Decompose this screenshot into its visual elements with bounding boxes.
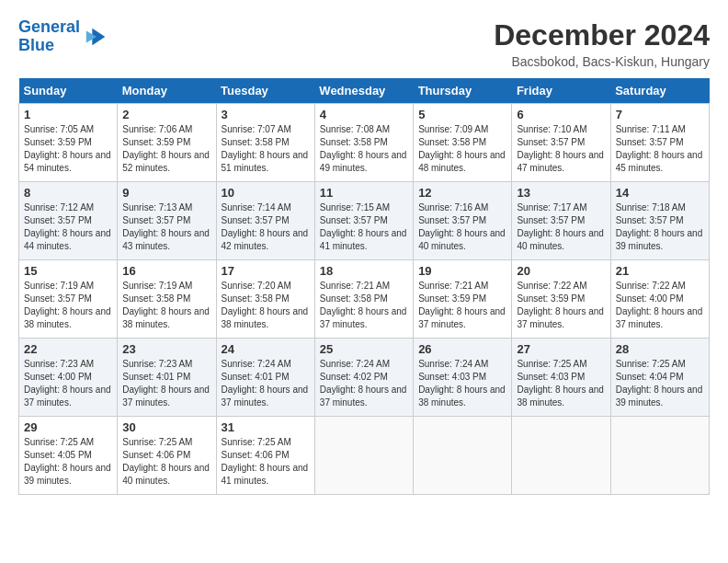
calendar-cell: 28Sunrise: 7:25 AMSunset: 4:04 PMDayligh…	[610, 339, 709, 417]
calendar-cell: 6Sunrise: 7:10 AMSunset: 3:57 PMDaylight…	[512, 104, 610, 182]
day-info: Sunrise: 7:22 AMSunset: 3:59 PMDaylight:…	[517, 280, 605, 331]
day-number: 12	[418, 186, 506, 200]
calendar-cell: 5Sunrise: 7:09 AMSunset: 3:58 PMDaylight…	[414, 104, 512, 182]
day-number: 29	[24, 420, 112, 434]
header-sunday: Sunday	[19, 78, 118, 104]
day-info: Sunrise: 7:25 AMSunset: 4:05 PMDaylight:…	[24, 436, 112, 488]
header-saturday: Saturday	[610, 78, 709, 104]
day-number: 25	[320, 342, 408, 356]
calendar-cell: 18Sunrise: 7:21 AMSunset: 3:58 PMDayligh…	[314, 260, 413, 339]
day-number: 21	[616, 264, 704, 278]
page-header: GeneralBlue December 2024 Bacsbokod, Bac…	[18, 18, 710, 69]
day-number: 30	[122, 420, 210, 434]
header-wednesday: Wednesday	[314, 78, 413, 104]
day-number: 27	[517, 342, 605, 356]
day-info: Sunrise: 7:24 AMSunset: 4:03 PMDaylight:…	[418, 358, 506, 409]
day-info: Sunrise: 7:18 AMSunset: 3:57 PMDaylight:…	[616, 201, 704, 253]
day-info: Sunrise: 7:19 AMSunset: 3:58 PMDaylight:…	[122, 280, 210, 331]
calendar-cell: 23Sunrise: 7:23 AMSunset: 4:01 PMDayligh…	[118, 339, 216, 417]
calendar-cell	[610, 417, 709, 495]
day-number: 17	[222, 264, 310, 278]
title-area: December 2024 Bacsbokod, Bacs-Kiskun, Hu…	[494, 18, 710, 69]
day-info: Sunrise: 7:23 AMSunset: 4:00 PMDaylight:…	[24, 358, 112, 409]
logo: GeneralBlue	[18, 18, 109, 55]
header-tuesday: Tuesday	[216, 78, 314, 104]
day-number: 2	[122, 108, 210, 121]
day-info: Sunrise: 7:15 AMSunset: 3:57 PMDaylight:…	[320, 201, 408, 253]
calendar-week-1: 1Sunrise: 7:05 AMSunset: 3:59 PMDaylight…	[19, 104, 710, 182]
day-number: 15	[24, 264, 112, 278]
day-number: 28	[616, 342, 704, 356]
calendar-cell	[512, 417, 610, 495]
day-info: Sunrise: 7:08 AMSunset: 3:58 PMDaylight:…	[320, 123, 408, 175]
calendar-week-5: 29Sunrise: 7:25 AMSunset: 4:05 PMDayligh…	[19, 417, 710, 495]
calendar-table: SundayMondayTuesdayWednesdayThursdayFrid…	[18, 78, 710, 495]
calendar-cell: 19Sunrise: 7:21 AMSunset: 3:59 PMDayligh…	[414, 260, 512, 339]
day-info: Sunrise: 7:05 AMSunset: 3:59 PMDaylight:…	[24, 123, 112, 175]
calendar-cell: 3Sunrise: 7:07 AMSunset: 3:58 PMDaylight…	[216, 104, 314, 182]
day-number: 31	[222, 420, 310, 434]
calendar-cell: 4Sunrise: 7:08 AMSunset: 3:58 PMDaylight…	[314, 104, 413, 182]
day-number: 22	[24, 342, 112, 356]
day-number: 4	[320, 108, 408, 121]
day-info: Sunrise: 7:21 AMSunset: 3:59 PMDaylight:…	[418, 280, 506, 331]
calendar-cell: 13Sunrise: 7:17 AMSunset: 3:57 PMDayligh…	[512, 182, 610, 260]
header-friday: Friday	[512, 78, 610, 104]
calendar-cell: 7Sunrise: 7:11 AMSunset: 3:57 PMDaylight…	[610, 104, 709, 182]
day-number: 19	[418, 264, 506, 278]
day-info: Sunrise: 7:07 AMSunset: 3:58 PMDaylight:…	[222, 123, 310, 175]
day-number: 11	[320, 186, 408, 200]
day-info: Sunrise: 7:24 AMSunset: 4:02 PMDaylight:…	[320, 358, 408, 409]
day-number: 16	[122, 264, 210, 278]
day-info: Sunrise: 7:25 AMSunset: 4:04 PMDaylight:…	[616, 358, 704, 409]
day-number: 20	[517, 264, 605, 278]
calendar-cell: 15Sunrise: 7:19 AMSunset: 3:57 PMDayligh…	[19, 260, 118, 339]
logo-icon	[84, 24, 109, 50]
day-number: 18	[320, 264, 408, 278]
calendar-cell: 8Sunrise: 7:12 AMSunset: 3:57 PMDaylight…	[19, 182, 118, 260]
calendar-week-4: 22Sunrise: 7:23 AMSunset: 4:00 PMDayligh…	[19, 339, 710, 417]
location: Bacsbokod, Bacs-Kiskun, Hungary	[494, 54, 710, 69]
day-info: Sunrise: 7:11 AMSunset: 3:57 PMDaylight:…	[616, 123, 704, 175]
day-info: Sunrise: 7:25 AMSunset: 4:06 PMDaylight:…	[222, 436, 310, 488]
calendar-cell: 25Sunrise: 7:24 AMSunset: 4:02 PMDayligh…	[314, 339, 413, 417]
day-info: Sunrise: 7:06 AMSunset: 3:59 PMDaylight:…	[122, 123, 210, 175]
calendar-cell: 2Sunrise: 7:06 AMSunset: 3:59 PMDaylight…	[118, 104, 216, 182]
calendar-cell: 29Sunrise: 7:25 AMSunset: 4:05 PMDayligh…	[19, 417, 118, 495]
day-number: 7	[616, 108, 704, 121]
day-number: 14	[616, 186, 704, 200]
day-info: Sunrise: 7:25 AMSunset: 4:03 PMDaylight:…	[517, 358, 605, 409]
calendar-cell: 31Sunrise: 7:25 AMSunset: 4:06 PMDayligh…	[216, 417, 314, 495]
calendar-cell	[414, 417, 512, 495]
logo-text: GeneralBlue	[18, 18, 80, 55]
day-info: Sunrise: 7:09 AMSunset: 3:58 PMDaylight:…	[418, 123, 506, 175]
day-number: 26	[418, 342, 506, 356]
day-number: 5	[418, 108, 506, 121]
month-title: December 2024	[494, 18, 710, 52]
day-number: 24	[222, 342, 310, 356]
day-info: Sunrise: 7:16 AMSunset: 3:57 PMDaylight:…	[418, 201, 506, 253]
calendar-cell: 10Sunrise: 7:14 AMSunset: 3:57 PMDayligh…	[216, 182, 314, 260]
calendar-cell: 1Sunrise: 7:05 AMSunset: 3:59 PMDaylight…	[19, 104, 118, 182]
calendar-cell: 20Sunrise: 7:22 AMSunset: 3:59 PMDayligh…	[512, 260, 610, 339]
day-info: Sunrise: 7:25 AMSunset: 4:06 PMDaylight:…	[122, 436, 210, 488]
day-number: 1	[24, 108, 112, 121]
calendar-cell: 17Sunrise: 7:20 AMSunset: 3:58 PMDayligh…	[216, 260, 314, 339]
calendar-week-2: 8Sunrise: 7:12 AMSunset: 3:57 PMDaylight…	[19, 182, 710, 260]
day-info: Sunrise: 7:12 AMSunset: 3:57 PMDaylight:…	[24, 201, 112, 253]
day-number: 8	[24, 186, 112, 200]
calendar-header-row: SundayMondayTuesdayWednesdayThursdayFrid…	[19, 78, 710, 104]
calendar-cell: 11Sunrise: 7:15 AMSunset: 3:57 PMDayligh…	[314, 182, 413, 260]
calendar-cell: 26Sunrise: 7:24 AMSunset: 4:03 PMDayligh…	[414, 339, 512, 417]
day-info: Sunrise: 7:17 AMSunset: 3:57 PMDaylight:…	[517, 201, 605, 253]
day-number: 23	[122, 342, 210, 356]
day-info: Sunrise: 7:20 AMSunset: 3:58 PMDaylight:…	[222, 280, 310, 331]
day-info: Sunrise: 7:22 AMSunset: 4:00 PMDaylight:…	[616, 280, 704, 331]
calendar-week-3: 15Sunrise: 7:19 AMSunset: 3:57 PMDayligh…	[19, 260, 710, 339]
calendar-cell: 22Sunrise: 7:23 AMSunset: 4:00 PMDayligh…	[19, 339, 118, 417]
calendar-cell: 16Sunrise: 7:19 AMSunset: 3:58 PMDayligh…	[118, 260, 216, 339]
calendar-cell: 27Sunrise: 7:25 AMSunset: 4:03 PMDayligh…	[512, 339, 610, 417]
calendar-cell	[314, 417, 413, 495]
day-info: Sunrise: 7:21 AMSunset: 3:58 PMDaylight:…	[320, 280, 408, 331]
calendar-cell: 14Sunrise: 7:18 AMSunset: 3:57 PMDayligh…	[610, 182, 709, 260]
